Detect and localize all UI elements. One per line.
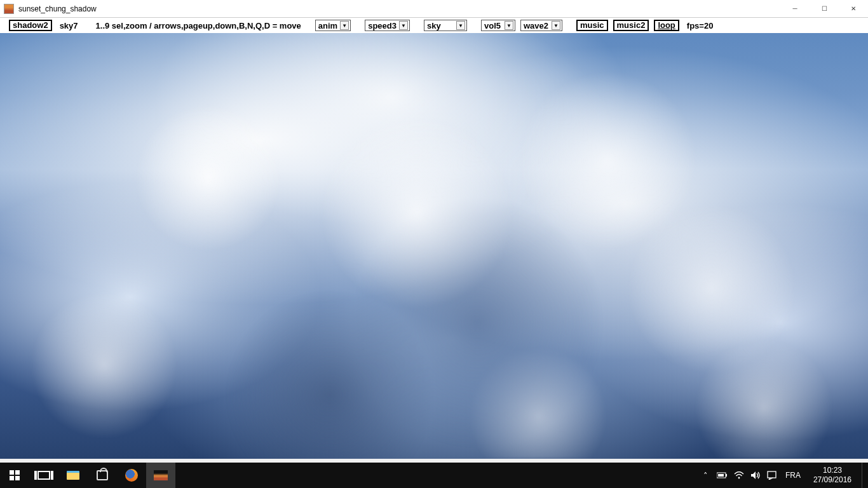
sky-dropdown[interactable]: sky ▼ [424, 20, 467, 31]
fps-label: fps=20 [684, 21, 716, 30]
chevron-down-icon: ▼ [552, 21, 560, 30]
speaker-svg-icon [750, 471, 761, 480]
system-tray: ˄ FRA 10:23 27/09/2016 [700, 463, 868, 488]
music2-button[interactable]: music2 [613, 20, 649, 31]
window-controls: ─ ☐ ✕ [780, 0, 868, 17]
svg-rect-1 [726, 474, 727, 477]
minimize-button[interactable]: ─ [780, 0, 810, 17]
tray-overflow-icon[interactable]: ˄ [700, 471, 712, 480]
chevron-down-icon: ▼ [505, 21, 513, 30]
vol-dropdown-value: vol5 [483, 21, 503, 30]
sunset-chung-app-button[interactable] [146, 463, 175, 488]
window-titlebar: sunset_chung_shadow ─ ☐ ✕ [0, 0, 868, 18]
volume-icon[interactable] [750, 471, 761, 480]
start-button[interactable] [0, 463, 29, 488]
music-button[interactable]: music [576, 20, 608, 31]
maximize-button[interactable]: ☐ [810, 0, 839, 17]
render-viewport[interactable] [0, 33, 868, 459]
shadow-button[interactable]: shadow2 [9, 20, 52, 31]
wave-dropdown-value: wave2 [522, 21, 550, 30]
window-title: sunset_chung_shadow [18, 4, 780, 13]
clock[interactable]: 10:23 27/09/2016 [808, 466, 857, 485]
store-button[interactable] [88, 463, 117, 488]
battery-icon[interactable] [717, 472, 728, 478]
chevron-down-icon: ▼ [340, 21, 349, 30]
chevron-down-icon: ▼ [399, 21, 408, 30]
svg-rect-2 [718, 474, 724, 477]
app-thumbnail-icon [154, 470, 168, 480]
close-button[interactable]: ✕ [839, 0, 868, 17]
battery-svg-icon [717, 472, 728, 478]
clock-date: 27/09/2016 [813, 475, 851, 485]
taskbar-left [0, 463, 175, 488]
folder-icon [67, 471, 79, 480]
windows-logo-icon [10, 470, 20, 480]
notifications-icon[interactable] [766, 471, 778, 480]
speed-dropdown[interactable]: speed3 ▼ [365, 20, 410, 31]
svg-point-3 [738, 477, 740, 479]
speed-dropdown-value: speed3 [367, 21, 398, 30]
wave-dropdown[interactable]: wave2 ▼ [520, 20, 562, 31]
sky-dropdown-value: sky [426, 21, 455, 30]
app-toolbar: shadow2 sky7 1..9 sel,zoom / arrows,page… [0, 18, 868, 33]
windows-taskbar: ˄ FRA 10:23 27/09/2016 [0, 463, 868, 488]
wifi-svg-icon [734, 471, 744, 479]
file-explorer-button[interactable] [58, 463, 88, 488]
show-desktop-button[interactable] [862, 463, 865, 488]
svg-rect-4 [768, 471, 776, 478]
anim-dropdown-value: anim [317, 21, 339, 30]
task-view-button[interactable] [29, 463, 58, 488]
wifi-icon[interactable] [733, 471, 745, 479]
sky-label: sky7 [57, 21, 81, 30]
language-indicator[interactable]: FRA [783, 471, 803, 480]
store-icon [97, 470, 108, 480]
notification-svg-icon [767, 471, 776, 480]
clock-time: 10:23 [813, 466, 851, 475]
task-view-icon [37, 471, 50, 480]
firefox-icon [125, 469, 138, 482]
app-icon [4, 4, 14, 14]
help-text: 1..9 sel,zoom / arrows,pageup,down,B,N,Q… [96, 21, 301, 30]
loop-button[interactable]: loop [654, 20, 679, 31]
chevron-down-icon: ▼ [456, 21, 465, 30]
anim-dropdown[interactable]: anim ▼ [315, 20, 351, 31]
vol-dropdown[interactable]: vol5 ▼ [481, 20, 515, 31]
firefox-button[interactable] [117, 463, 146, 488]
